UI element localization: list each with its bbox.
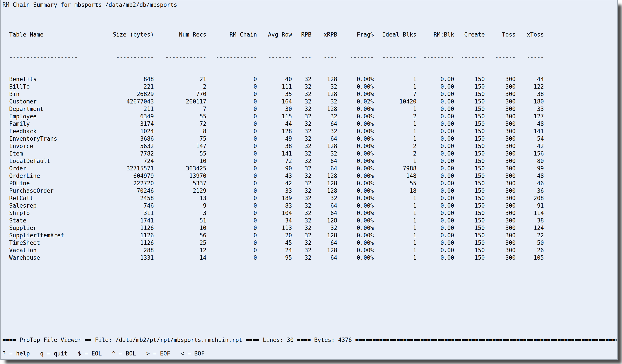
cell-frag-pct: 0.00% [337, 165, 374, 172]
table-row: ShipTo3113010432640.00%10.00150300114 [2, 209, 544, 217]
cell-num-recs: 13 [154, 194, 206, 202]
table-row: POLine2227205337042321280.00%550.0015030… [2, 180, 544, 187]
cell-rm-blk: 0.00 [416, 128, 454, 135]
cell-xrpb: 128 [311, 232, 337, 239]
cell-num-recs: 147 [154, 142, 206, 150]
underline-xtoss: ----- [516, 53, 544, 61]
cell-size-bytes: 746 [110, 202, 154, 209]
cell-frag-pct: 0.00% [337, 128, 374, 135]
cell-size-bytes: 604979 [110, 172, 154, 180]
cell-toss: 300 [485, 120, 516, 128]
cell-xtoss: 156 [516, 150, 544, 157]
cell-size-bytes: 211 [110, 105, 154, 113]
cell-avg-row: 164 [257, 98, 292, 105]
cell-rm-blk: 0.00 [416, 224, 454, 232]
help-bar: ? = help q = quit $ = EOL ^ = BOL > = EO… [2, 350, 205, 357]
cell-frag-pct: 0.00% [337, 113, 374, 120]
terminal-window[interactable]: RM Chain Summary for mbsports /data/mb2/… [0, 0, 618, 360]
cell-rm-blk: 0.00 [416, 76, 454, 83]
cell-create: 150 [454, 194, 485, 202]
column-header-create: Create [454, 31, 485, 38]
cell-toss: 300 [485, 202, 516, 209]
cell-table-name: Invoice [2, 142, 110, 150]
cell-size-bytes: 1741 [110, 217, 154, 224]
cell-num-recs: 3 [154, 209, 206, 217]
table-row: TimeSheet11262504532640.00%10.0015030050 [2, 239, 544, 247]
cell-rm-blk: 0.00 [416, 98, 454, 105]
cell-xtoss: 127 [516, 113, 544, 120]
cell-size-bytes: 848 [110, 76, 154, 83]
cell-rpb: 32 [292, 247, 311, 254]
cell-avg-row: 30 [257, 105, 292, 113]
cell-rpb: 32 [292, 224, 311, 232]
cell-xrpb: 128 [311, 172, 337, 180]
cell-xrpb: 128 [311, 187, 337, 194]
cell-num-recs: 2129 [154, 187, 206, 194]
cell-ideal-blks: 1 [374, 254, 416, 261]
cell-rpb: 32 [292, 254, 311, 261]
cell-size-bytes: 70246 [110, 187, 154, 194]
table-header-row: Table NameSize (bytes)Num RecsRM ChainAv… [2, 31, 544, 38]
cell-toss: 300 [485, 150, 516, 157]
cell-table-name: Salesrep [2, 202, 110, 209]
cell-table-name: Vacation [2, 247, 110, 254]
cell-xrpb: 32 [311, 150, 337, 157]
cell-rpb: 32 [292, 150, 311, 157]
table-row: SupplierItemXref112656020321280.00%10.00… [2, 232, 544, 239]
cell-toss: 300 [485, 105, 516, 113]
cell-xtoss: 208 [516, 194, 544, 202]
cell-xtoss: 50 [516, 239, 544, 247]
cell-table-name: POLine [2, 180, 110, 187]
cell-frag-pct: 0.00% [337, 224, 374, 232]
cell-create: 150 [454, 239, 485, 247]
cell-table-name: RefCall [2, 194, 110, 202]
table-row: Item778255014132320.00%20.00150300156 [2, 150, 544, 157]
cell-rpb: 32 [292, 209, 311, 217]
cell-avg-row: 49 [257, 135, 292, 142]
cell-xtoss: 42 [516, 142, 544, 150]
cell-rpb: 32 [292, 172, 311, 180]
column-header-num-recs: Num Recs [154, 31, 206, 38]
table-row: Customer42677043260117016432320.02%10420… [2, 98, 544, 105]
cell-ideal-blks: 1 [374, 202, 416, 209]
cell-table-name: Family [2, 120, 110, 128]
cell-toss: 300 [485, 98, 516, 105]
cell-ideal-blks: 1 [374, 224, 416, 232]
table-row: Invoice5632147038321280.00%20.0015030042 [2, 142, 544, 150]
cell-rm-chain: 0 [206, 113, 257, 120]
cell-avg-row: 40 [257, 76, 292, 83]
cell-xrpb: 64 [311, 254, 337, 261]
cell-avg-row: 20 [257, 232, 292, 239]
cell-toss: 300 [485, 172, 516, 180]
cell-xrpb: 32 [311, 194, 337, 202]
table-row: InventoryTrans36867504932640.00%10.00150… [2, 135, 544, 142]
cell-num-recs: 14 [154, 254, 206, 261]
cell-create: 150 [454, 135, 485, 142]
cell-rpb: 32 [292, 194, 311, 202]
cell-xtoss: 38 [516, 90, 544, 98]
cell-rm-blk: 0.00 [416, 247, 454, 254]
cell-toss: 300 [485, 254, 516, 261]
cell-toss: 300 [485, 194, 516, 202]
cell-rm-blk: 0.00 [416, 209, 454, 217]
cell-avg-row: 72 [257, 157, 292, 165]
cell-create: 150 [454, 180, 485, 187]
cell-ideal-blks: 7988 [374, 165, 416, 172]
cell-xrpb: 64 [311, 239, 337, 247]
column-header-rm-chain: RM Chain [206, 31, 257, 38]
table-row: LocalDefault7241007232640.00%10.00150300… [2, 157, 544, 165]
cell-size-bytes: 26829 [110, 90, 154, 98]
cell-avg-row: 44 [257, 120, 292, 128]
cell-num-recs: 75 [154, 135, 206, 142]
cell-size-bytes: 6349 [110, 113, 154, 120]
cell-xtoss: 114 [516, 209, 544, 217]
cell-avg-row: 141 [257, 150, 292, 157]
table-row: Salesrep746908332640.00%10.0015030091 [2, 202, 544, 209]
cell-xtoss: 36 [516, 187, 544, 194]
cell-toss: 300 [485, 247, 516, 254]
underline-rm-blk: --------- [416, 53, 454, 61]
cell-num-recs: 21 [154, 76, 206, 83]
column-header-xtoss: xToss [516, 31, 544, 38]
cell-rm-chain: 0 [206, 142, 257, 150]
cell-rm-chain: 0 [206, 120, 257, 128]
